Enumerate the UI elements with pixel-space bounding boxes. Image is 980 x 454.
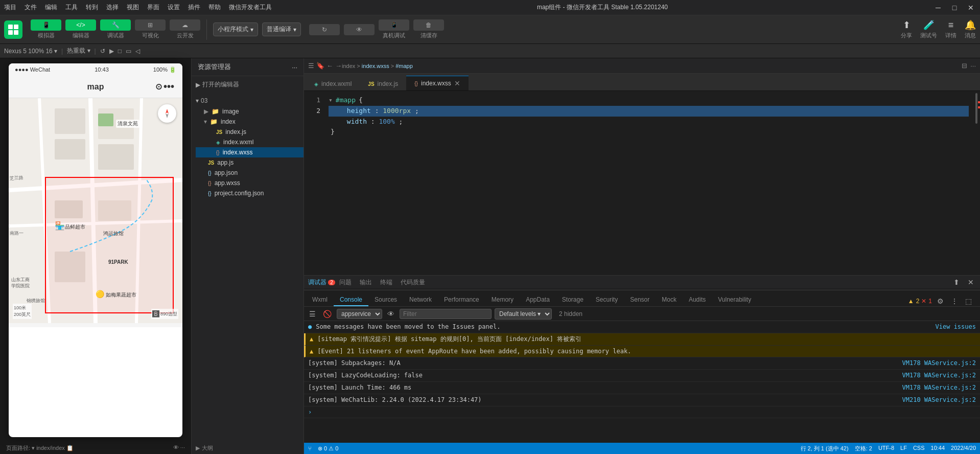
debugger-tab-active[interactable]: 调试器 2 (308, 278, 335, 287)
refresh-button[interactable]: ↻ (309, 24, 340, 35)
file-app-json[interactable]: {} app.json (196, 168, 304, 178)
screenshot-button[interactable]: ▭ (126, 48, 131, 55)
log-level-selector[interactable]: Default levels ▾ (495, 308, 552, 320)
code-content[interactable]: ▾ #mapp { height : 1000rpx ; width (324, 91, 973, 275)
minimize-button[interactable]: ─ (933, 4, 943, 12)
devtools-tab-sources[interactable]: Sources (368, 294, 403, 306)
devtools-tab-appdata[interactable]: AppData (520, 294, 556, 306)
share-action[interactable]: ⬆ 分享 (901, 19, 912, 39)
eye-icon[interactable]: 👁 (385, 309, 396, 319)
cloud-tool[interactable]: ☁ 云开发 (170, 19, 200, 39)
clear-cache-tool[interactable]: 🗑 清缓存 (413, 19, 444, 39)
code-editor[interactable]: 1 2 ▾ #mapp { height : (304, 91, 980, 275)
back-button[interactable]: ◁ (135, 48, 140, 55)
file-index-wxss[interactable]: {} index.wxss (196, 147, 304, 157)
preview-tool[interactable]: 👁 (344, 24, 375, 35)
menu-item-project[interactable]: 项目 (4, 3, 16, 12)
visual-button[interactable]: ⊞ (135, 19, 166, 31)
devtools-tab-network[interactable]: Network (403, 294, 438, 306)
eol-status[interactable]: LF (900, 445, 907, 452)
console-filter-input[interactable] (400, 309, 492, 319)
tab-close-icon[interactable]: ✕ (454, 79, 460, 87)
menu-item-plugins[interactable]: 插件 (188, 3, 200, 12)
sidebar-toggle-icon[interactable]: ☰ (308, 62, 314, 70)
bookmark-icon[interactable]: 🔖 (316, 62, 324, 70)
tab-index-wxml[interactable]: ◈ index.wxml (306, 77, 360, 90)
file-index-js[interactable]: JS index.js (196, 127, 304, 137)
window-controls[interactable]: ─ □ ✕ (933, 4, 976, 12)
root-folder-header[interactable]: ▾ 03 (192, 95, 304, 106)
editor-tool[interactable]: </> 编辑器 (65, 19, 96, 39)
devtools-tab-sensor[interactable]: Sensor (624, 294, 656, 306)
tab-index-wxss[interactable]: {} index.wxss ✕ (406, 76, 468, 90)
code-quality-tab[interactable]: 代码质量 (401, 278, 425, 287)
menu-item-view[interactable]: 视图 (127, 3, 139, 12)
hotspot-toggle[interactable]: 热重载 ▾ (67, 47, 90, 55)
console-file-1[interactable]: VM178 WAService.js:2 (902, 359, 976, 368)
more-icon-devtools[interactable]: ⋮ (949, 296, 960, 306)
devtools-tab-performance[interactable]: Performance (438, 294, 485, 306)
menu-bar[interactable]: 项目 文件 编辑 工具 转到 选择 视图 界面 设置 插件 帮助 微信开发者工具 (4, 3, 272, 12)
simulate-button[interactable]: 📱 (31, 19, 61, 31)
file-index-wxml[interactable]: ◈ index.wxml (196, 137, 304, 147)
phone-map-area[interactable]: 清泉文苑 🏪品鲜超市 鸿运旅馆 91PARK 🟡 如梅果蔬超市 山东工商学院医院… (9, 98, 182, 323)
devtools-tab-memory[interactable]: Memory (485, 294, 520, 306)
devtools-close-icon[interactable]: ✕ (966, 277, 976, 287)
outline-section[interactable]: ▶ 大纲 (192, 442, 304, 454)
undock-icon[interactable]: ⬚ (963, 296, 974, 306)
file-project-config[interactable]: {} project.config.json (196, 188, 304, 198)
preview-button[interactable]: 👁 (344, 24, 375, 35)
devtools-tab-storage[interactable]: Storage (556, 294, 590, 306)
view-issues-link[interactable]: View issues (936, 323, 976, 331)
devtools-maximize-icon[interactable]: ⬆ (951, 277, 962, 287)
issues-tab[interactable]: 问题 (339, 278, 352, 287)
cloud-button[interactable]: ☁ (170, 19, 200, 31)
console-file-4[interactable]: VM210 WAService.js:2 (902, 396, 976, 404)
real-debug-button[interactable]: 📱 (379, 19, 409, 31)
clear-cache-button[interactable]: 🗑 (413, 19, 444, 31)
console-input[interactable] (316, 408, 976, 415)
output-tab[interactable]: 输出 (360, 278, 372, 287)
folder-image[interactable]: ▶ 📁 image (196, 106, 304, 117)
file-app-js[interactable]: JS app.js (196, 157, 304, 168)
real-debug-tool[interactable]: 📱 真机调试 (379, 19, 409, 39)
run-button[interactable]: ▶ (109, 48, 114, 55)
tab-index-js[interactable]: JS index.js (360, 77, 406, 90)
devtools-tab-console[interactable]: Console (334, 294, 368, 306)
compile-dropdown[interactable]: 普通编译 ▾ (262, 22, 301, 36)
device-selector[interactable]: Nexus 5 100% 16 ▾ (4, 48, 57, 55)
devtools-tab-security[interactable]: Security (590, 294, 624, 306)
devtools-tab-audits[interactable]: Audits (683, 294, 712, 306)
explorer-more-icon[interactable]: ··· (292, 63, 297, 71)
encoding-status[interactable]: UTF-8 (878, 445, 894, 452)
devtools-tab-wxml[interactable]: Wxml (306, 294, 334, 306)
menu-item-tools[interactable]: 工具 (65, 3, 78, 12)
devtools-tab-vulnerability[interactable]: Vulnerability (712, 294, 757, 306)
phone-frame-button[interactable]: □ (118, 48, 122, 55)
context-selector[interactable]: appservice (337, 309, 382, 319)
debug-tool[interactable]: 🔧 调试器 (100, 19, 131, 39)
editor-button[interactable]: </> (65, 19, 96, 31)
menu-item-edit[interactable]: 编辑 (45, 3, 57, 12)
mode-dropdown[interactable]: 小程序模式 ▾ (213, 22, 258, 36)
more-actions-icon[interactable]: ··· (970, 62, 976, 70)
folder-index[interactable]: ▾ 📁 index (196, 117, 304, 127)
debug-button[interactable]: 🔧 (100, 19, 131, 31)
simulate-tool[interactable]: 📱 模拟器 (31, 19, 61, 39)
clear-console-icon[interactable]: 🚫 (321, 309, 334, 319)
editor-scrollbar[interactable] (973, 91, 980, 275)
test-action[interactable]: 🧪 测试号 (920, 19, 937, 39)
menu-item-help[interactable]: 帮助 (208, 3, 221, 12)
more-icon[interactable]: ••• (164, 81, 174, 93)
spaces-status[interactable]: 空格: 2 (855, 445, 872, 452)
settings-icon[interactable]: ⚙ (935, 296, 946, 306)
lang-status[interactable]: CSS (913, 445, 925, 452)
detail-action[interactable]: ≡ 详情 (945, 20, 956, 39)
visual-tool[interactable]: ⊞ 可视化 (135, 19, 166, 39)
file-app-wxss[interactable]: {} app.wxss (196, 178, 304, 188)
forward-history-icon[interactable]: → (335, 62, 342, 70)
menu-item-settings[interactable]: 设置 (168, 3, 180, 12)
menu-item-wechat[interactable]: 微信开发者工具 (229, 3, 272, 12)
menu-item-ui[interactable]: 界面 (147, 3, 159, 12)
split-editor-icon[interactable]: ⊟ (962, 62, 967, 70)
